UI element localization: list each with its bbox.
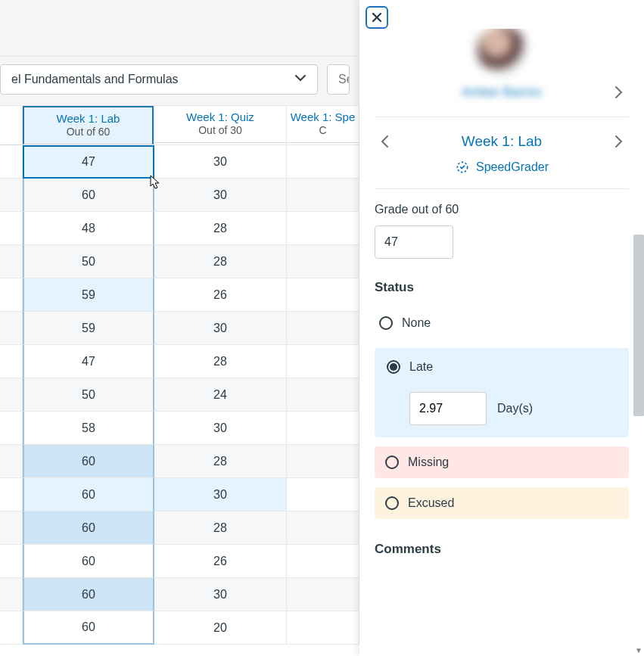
grade-cell-quiz[interactable]: 30 bbox=[154, 312, 287, 345]
status-option-missing[interactable]: Missing bbox=[375, 446, 629, 478]
row-stub[interactable] bbox=[0, 278, 23, 312]
prev-assignment-button[interactable] bbox=[375, 131, 396, 152]
grade-cell-speed[interactable] bbox=[287, 245, 359, 278]
grade-cell-lab[interactable]: 50 bbox=[23, 378, 154, 412]
grade-cell-lab[interactable]: 60 bbox=[23, 545, 154, 578]
row-stub[interactable] bbox=[0, 212, 23, 245]
row-stub[interactable] bbox=[0, 478, 23, 511]
grade-cell-speed[interactable] bbox=[287, 278, 359, 312]
grade-cell-speed[interactable] bbox=[287, 412, 359, 445]
student-name-link[interactable]: Amber Barron bbox=[396, 85, 608, 100]
column-header-quiz[interactable]: Week 1: Quiz Out of 30 bbox=[154, 106, 287, 145]
speedgrader-label: SpeedGrader bbox=[476, 160, 549, 174]
status-label: Excused bbox=[408, 496, 454, 510]
column-title: Week 1: Quiz bbox=[157, 110, 283, 123]
grade-cell-quiz[interactable]: 20 bbox=[154, 611, 287, 645]
search-input[interactable]: Se bbox=[327, 64, 350, 95]
grade-cell-lab[interactable]: 58 bbox=[23, 412, 154, 445]
row-stub[interactable] bbox=[0, 245, 23, 278]
grade-cell-speed[interactable] bbox=[287, 312, 359, 345]
filter-bar: el Fundamentals and Formulas Se bbox=[0, 57, 359, 106]
row-stub[interactable] bbox=[0, 345, 23, 378]
column-subtitle: Out of 60 bbox=[27, 126, 149, 138]
speedgrader-link[interactable]: SpeedGrader bbox=[375, 160, 629, 175]
column-subtitle: C bbox=[290, 124, 356, 136]
scrollbar-thumb[interactable] bbox=[633, 235, 644, 416]
row-stub[interactable] bbox=[0, 145, 23, 179]
grade-input[interactable] bbox=[375, 225, 453, 259]
close-button[interactable] bbox=[366, 6, 388, 29]
grade-cell-speed[interactable] bbox=[287, 611, 359, 645]
row-stub[interactable] bbox=[0, 545, 23, 578]
late-days-input[interactable] bbox=[409, 392, 487, 425]
grade-cell-quiz[interactable]: 30 bbox=[154, 145, 287, 179]
grade-cell-quiz[interactable]: 30 bbox=[154, 179, 287, 212]
late-unit-label: Day(s) bbox=[497, 402, 533, 415]
scroll-down-icon[interactable]: ▼ bbox=[635, 646, 642, 654]
row-header-stub bbox=[0, 106, 23, 145]
comments-heading: Comments bbox=[375, 542, 629, 557]
grade-cell-lab[interactable]: 59 bbox=[23, 278, 154, 312]
grade-cell-speed[interactable] bbox=[287, 179, 359, 212]
grade-cell-lab[interactable]: 60 bbox=[23, 478, 154, 511]
row-stub[interactable] bbox=[0, 578, 23, 611]
grade-cell-quiz[interactable]: 28 bbox=[154, 212, 287, 245]
row-stub[interactable] bbox=[0, 511, 23, 545]
row-stub[interactable] bbox=[0, 445, 23, 478]
status-label: None bbox=[402, 316, 431, 330]
grade-cell-quiz[interactable]: 30 bbox=[154, 478, 287, 511]
student-nav: Amber Barron bbox=[375, 82, 629, 103]
grade-cell-speed[interactable] bbox=[287, 145, 359, 179]
grade-cell-speed[interactable] bbox=[287, 511, 359, 545]
grid-header-row: Week 1: Lab Out of 60 Week 1: Quiz Out o… bbox=[0, 106, 359, 145]
grade-cell-lab[interactable]: 60 bbox=[23, 611, 154, 645]
column-header-speed[interactable]: Week 1: Spe C bbox=[287, 106, 359, 145]
column-header-lab[interactable]: Week 1: Lab Out of 60 bbox=[23, 106, 154, 145]
grade-cell-quiz[interactable]: 30 bbox=[154, 412, 287, 445]
grade-cell-lab[interactable]: 60 bbox=[23, 511, 154, 545]
grade-cell-quiz[interactable]: 28 bbox=[154, 245, 287, 278]
grade-cell-quiz[interactable]: 24 bbox=[154, 378, 287, 412]
grade-cell-lab[interactable]: 48 bbox=[23, 212, 154, 245]
grade-cell-speed[interactable] bbox=[287, 545, 359, 578]
grade-cell-speed[interactable] bbox=[287, 445, 359, 478]
next-assignment-button[interactable] bbox=[608, 131, 629, 152]
grade-cell-speed[interactable] bbox=[287, 578, 359, 611]
table-row: 4828 bbox=[0, 212, 359, 245]
grade-cell-quiz[interactable]: 28 bbox=[154, 445, 287, 478]
grade-cell-speed[interactable] bbox=[287, 378, 359, 412]
table-row: 6030 bbox=[0, 578, 359, 611]
assignment-name-link[interactable]: Week 1: Lab bbox=[396, 133, 608, 150]
row-stub[interactable] bbox=[0, 412, 23, 445]
table-row: 6028 bbox=[0, 511, 359, 545]
table-row: 6030 bbox=[0, 179, 359, 212]
grade-cell-speed[interactable] bbox=[287, 478, 359, 511]
grade-out-of-label: Grade out of 60 bbox=[375, 203, 629, 216]
grade-cell-quiz[interactable]: 28 bbox=[154, 345, 287, 378]
row-stub[interactable] bbox=[0, 312, 23, 345]
table-row: 6028 bbox=[0, 445, 359, 478]
row-stub[interactable] bbox=[0, 179, 23, 212]
student-avatar bbox=[375, 29, 629, 74]
module-filter-select[interactable]: el Fundamentals and Formulas bbox=[0, 64, 318, 95]
row-stub[interactable] bbox=[0, 378, 23, 412]
grade-cell-quiz[interactable]: 26 bbox=[154, 278, 287, 312]
status-option-late[interactable]: Late Day(s) bbox=[375, 348, 629, 437]
grade-cell-quiz[interactable]: 28 bbox=[154, 511, 287, 545]
grade-cell-lab[interactable]: 60 bbox=[23, 179, 154, 212]
grade-cell-speed[interactable] bbox=[287, 345, 359, 378]
radio-icon bbox=[379, 316, 393, 330]
row-stub[interactable] bbox=[0, 611, 23, 645]
grade-cell-lab[interactable]: 60 bbox=[23, 445, 154, 478]
grade-cell-lab[interactable]: 47 bbox=[23, 145, 154, 179]
next-student-button[interactable] bbox=[608, 82, 629, 103]
grade-cell-lab[interactable]: 50 bbox=[23, 245, 154, 278]
grade-cell-quiz[interactable]: 26 bbox=[154, 545, 287, 578]
grade-cell-speed[interactable] bbox=[287, 212, 359, 245]
status-option-excused[interactable]: Excused bbox=[375, 487, 629, 519]
status-option-none[interactable]: None bbox=[375, 307, 629, 339]
grade-cell-lab[interactable]: 59 bbox=[23, 312, 154, 345]
grade-cell-lab[interactable]: 60 bbox=[23, 578, 154, 611]
grade-cell-quiz[interactable]: 30 bbox=[154, 578, 287, 611]
grade-cell-lab[interactable]: 47 bbox=[23, 345, 154, 378]
